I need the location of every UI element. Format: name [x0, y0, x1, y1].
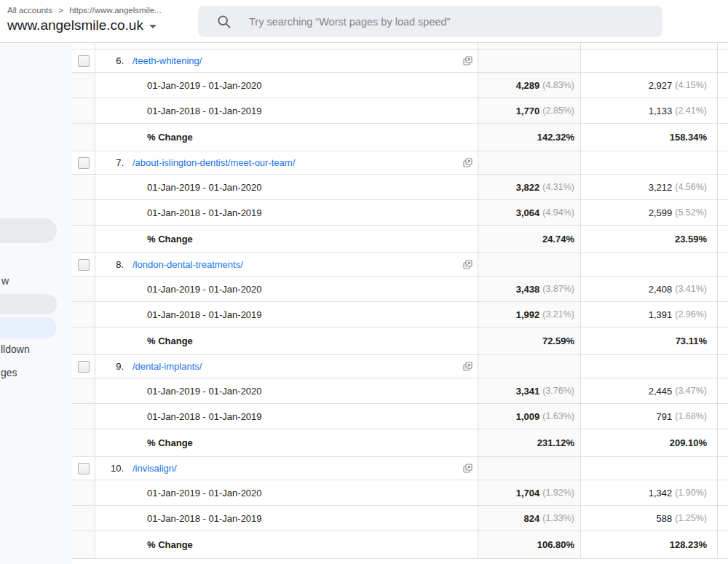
unique-pageviews-percent: (3.47%) [675, 386, 707, 396]
pageviews-percent: (3.76%) [542, 386, 574, 396]
date-range-label: 01-Jan-2019 - 01-Jan-2020 [147, 182, 262, 193]
percent-change-row: % Change 24.74% 23.59% [72, 226, 728, 253]
search-icon [217, 15, 232, 29]
row-checkbox[interactable] [78, 463, 90, 474]
pageviews-percent: (4.31%) [542, 182, 574, 192]
percent-change-label: % Change [147, 132, 193, 143]
unique-pageviews-value: 1,342 [649, 488, 673, 499]
sidebar-item-selected[interactable] [0, 317, 57, 338]
dropdown-caret-icon [149, 25, 157, 28]
pageviews-value: 1,009 [516, 411, 540, 422]
pageviews-value: 3,822 [516, 182, 540, 193]
unique-pageviews-change: 158.34% [670, 132, 707, 143]
pageviews-change: 231.12% [537, 437, 574, 448]
table-row-group: 7. /about-islington-dentist/meet-our-tea… [72, 151, 728, 253]
page-path-link[interactable]: /invisalign/ [132, 463, 463, 474]
unique-pageviews-percent: (1.90%) [675, 488, 707, 498]
row-number: 8. [95, 259, 124, 270]
row-number: 7. [95, 157, 124, 168]
pageviews-change: 106.80% [537, 539, 574, 550]
pageviews-value: 4,289 [516, 80, 540, 91]
row-checkbox[interactable] [78, 55, 90, 67]
breadcrumb-property[interactable]: https://www.angelsmile... [69, 6, 162, 15]
sidebar-item-pill[interactable] [0, 294, 57, 314]
property-selector[interactable]: www.angelsmile.co.uk [7, 17, 157, 33]
unique-pageviews-value: 2,599 [649, 207, 673, 218]
date-range-label: 01-Jan-2018 - 01-Jan-2019 [147, 309, 262, 320]
breadcrumb: All accounts > https://www.angelsmile... [7, 6, 162, 15]
percent-change-row: % Change 142.32% 158.34% [72, 124, 728, 151]
open-in-new-icon[interactable] [463, 260, 472, 269]
sidebar-item-landing-pages[interactable]: ges [1, 367, 17, 378]
pageviews-percent: (1.92%) [542, 488, 574, 498]
date-range-row-previous: 01-Jan-2018 - 01-Jan-2019 1,770 (2.85%) … [72, 98, 728, 124]
page-path-link[interactable]: /teeth-whitening/ [132, 55, 463, 66]
page-path-link[interactable]: /dental-implants/ [132, 361, 463, 372]
percent-change-row: % Change 72.59% 73.11% [72, 327, 728, 355]
unique-pageviews-value: 3,212 [649, 182, 673, 193]
unique-pageviews-value: 2,408 [649, 284, 673, 295]
pageviews-value: 3,341 [516, 386, 540, 397]
unique-pageviews-change: 73.11% [676, 335, 707, 346]
table-row-group: 9. /dental-implants/ 01-Jan-2019 - 01-Ja… [72, 355, 728, 457]
row-number: 6. [95, 55, 124, 66]
unique-pageviews-value: 588 [657, 513, 673, 524]
date-range-row-current: 01-Jan-2019 - 01-Jan-2020 3,822 (4.31%) … [72, 175, 728, 200]
pageviews-value: 3,438 [516, 284, 540, 295]
date-range-row-previous: 01-Jan-2018 - 01-Jan-2019 3,064 (4.94%) … [72, 200, 728, 226]
open-in-new-icon[interactable] [463, 158, 472, 167]
table-row-group: 6. /teeth-whitening/ 01-Jan-2019 - 01-Ja… [72, 49, 728, 151]
row-checkbox[interactable] [78, 259, 90, 271]
open-in-new-icon[interactable] [463, 56, 472, 65]
table-row: 8. /london-dental-treatments/ [72, 253, 728, 277]
unique-pageviews-value: 791 [657, 411, 673, 422]
unique-pageviews-percent: (1.25%) [675, 513, 707, 523]
unique-pageviews-percent: (2.96%) [675, 309, 707, 319]
unique-pageviews-percent: (4.56%) [675, 182, 707, 192]
sidebar-item-overview[interactable]: w [1, 275, 9, 287]
table-row: 6. /teeth-whitening/ [72, 49, 728, 73]
pageviews-value: 1,992 [516, 309, 540, 320]
date-range-label: 01-Jan-2019 - 01-Jan-2020 [147, 386, 262, 397]
search-input[interactable]: Try searching “Worst pages by load speed… [198, 6, 662, 37]
table-row: 7. /about-islington-dentist/meet-our-tea… [72, 151, 728, 175]
partial-row [72, 42, 728, 49]
percent-change-label: % Change [147, 437, 193, 448]
unique-pageviews-percent: (5.52%) [675, 207, 707, 218]
unique-pageviews-percent: (3.41%) [675, 284, 707, 294]
pageviews-percent: (4.83%) [542, 80, 574, 90]
date-range-label: 01-Jan-2019 - 01-Jan-2020 [147, 284, 262, 295]
pageviews-percent: (3.21%) [542, 309, 574, 319]
sidebar-item-pill[interactable] [0, 218, 57, 243]
percent-change-label: % Change [147, 335, 193, 346]
pageviews-percent: (1.33%) [542, 513, 574, 523]
row-checkbox[interactable] [78, 157, 90, 169]
percent-change-row: % Change 231.12% 209.10% [72, 429, 728, 457]
date-range-label: 01-Jan-2018 - 01-Jan-2019 [147, 513, 262, 524]
open-in-new-icon[interactable] [463, 362, 472, 371]
table-row: 9. /dental-implants/ [72, 355, 728, 378]
date-range-label: 01-Jan-2019 - 01-Jan-2020 [147, 80, 262, 91]
breadcrumb-all-accounts[interactable]: All accounts [7, 6, 52, 15]
breadcrumb-separator: > [58, 6, 63, 15]
unique-pageviews-change: 128.23% [670, 539, 707, 550]
date-range-row-current: 01-Jan-2019 - 01-Jan-2020 4,289 (4.83%) … [72, 73, 728, 98]
page-path-link[interactable]: /london-dental-treatments/ [132, 259, 463, 270]
row-checkbox[interactable] [78, 361, 90, 373]
open-in-new-icon[interactable] [463, 464, 472, 473]
page-path-link[interactable]: /about-islington-dentist/meet-our-team/ [132, 157, 463, 168]
unique-pageviews-change: 23.59% [675, 234, 707, 245]
unique-pageviews-percent: (4.15%) [675, 80, 707, 90]
table-row-group: 10. /invisalign/ 01-Jan-2019 - 01-Jan-20… [72, 457, 728, 559]
pageviews-change: 24.74% [542, 234, 574, 245]
row-number: 10. [95, 463, 124, 474]
unique-pageviews-value: 2,927 [649, 80, 673, 91]
date-range-row-current: 01-Jan-2019 - 01-Jan-2020 3,438 (3.87%) … [72, 277, 728, 302]
date-range-label: 01-Jan-2018 - 01-Jan-2019 [147, 207, 262, 218]
date-range-label: 01-Jan-2018 - 01-Jan-2019 [147, 411, 262, 422]
date-range-label: 01-Jan-2019 - 01-Jan-2020 [147, 488, 262, 499]
pageviews-change: 72.59% [542, 335, 574, 346]
sidebar-item-content-drilldown[interactable]: lldown [1, 343, 30, 355]
unique-pageviews-change: 209.10% [670, 437, 707, 448]
table-row-group: 8. /london-dental-treatments/ 01-Jan-201… [72, 253, 728, 355]
